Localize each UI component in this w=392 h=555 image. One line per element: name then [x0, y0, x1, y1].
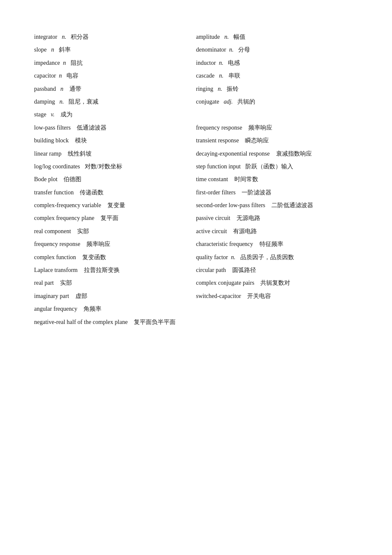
- term-pos: v.: [51, 111, 55, 118]
- term-pos: n: [63, 60, 66, 66]
- term-zh: 传递函数: [80, 189, 104, 196]
- term-en: damping: [34, 98, 55, 105]
- list-item: frequency response 频率响应: [34, 238, 196, 251]
- term-zh: 频率响应: [86, 241, 110, 247]
- term-zh: 通带: [69, 86, 81, 92]
- list-item: decaying-exponential response 衰减指数响应: [196, 147, 358, 160]
- term-zh: 阶跃（函数）输入: [245, 163, 293, 170]
- term-en: first-order filters: [196, 189, 236, 196]
- list-item: complex frequency plane 复平面: [34, 212, 196, 225]
- term-zh: 有源电路: [233, 228, 257, 234]
- list-item: capacitor n 电容: [34, 69, 196, 82]
- term-en: amplitude: [196, 34, 220, 40]
- term-zh: 模块: [75, 137, 87, 144]
- term-en: impedance: [34, 60, 60, 66]
- term-zh: 时间常数: [234, 176, 258, 182]
- term-zh: 复平面: [101, 215, 118, 221]
- list-item: passband n 通带: [34, 83, 196, 95]
- list-item: negative-real half of the complex plane …: [34, 316, 358, 329]
- list-item: complex-frequency variable 复变量: [34, 199, 196, 212]
- term-en: real part: [34, 280, 54, 286]
- list-item: imaginary part 虚部: [34, 290, 196, 303]
- term-en: inductor: [196, 60, 216, 66]
- list-item: linear ramp 线性斜坡: [34, 147, 196, 160]
- list-item: real part 实部: [34, 277, 196, 289]
- term-en: decaying-exponential response: [196, 150, 270, 157]
- term-zh: 低通滤波器: [77, 124, 107, 131]
- term-en: switched-capacitor: [196, 293, 241, 299]
- term-en: passive circuit: [196, 215, 230, 221]
- term-zh: 品质因子，品质因数: [240, 254, 294, 260]
- term-pos: n: [59, 72, 62, 79]
- term-en: time constant: [196, 176, 228, 182]
- list-item: frequency response 频率响应: [196, 121, 358, 134]
- term-en: Bode plot: [34, 176, 58, 182]
- term-en: complex-frequency variable: [34, 202, 101, 208]
- term-zh: 角频率: [84, 306, 101, 312]
- term-en: low-pass filters: [34, 124, 71, 131]
- list-item: inductor n. 电感: [196, 57, 358, 69]
- list-item: transient response 瞬态响应: [196, 134, 358, 147]
- list-item: second-order low-pass filters 二阶低通滤波器: [196, 199, 358, 212]
- term-en: linear ramp: [34, 150, 61, 157]
- term-en: complex conjugate pairs: [196, 280, 254, 286]
- term-en: transient response: [196, 137, 239, 144]
- term-en: cascade: [196, 72, 215, 79]
- term-pos: adj.: [224, 98, 233, 105]
- term-en: complex function: [34, 254, 76, 260]
- list-item: characteristic frequency 特征频率: [196, 238, 358, 251]
- term-zh: 积分器: [71, 34, 89, 40]
- term-en: frequency response: [34, 241, 80, 247]
- term-en: slope: [34, 46, 47, 53]
- list-item: conjugate adj. 共轭的: [196, 95, 358, 108]
- term-zh: 瞬态响应: [245, 137, 269, 144]
- term-zh: 实部: [60, 280, 72, 286]
- list-item: first-order filters 一阶滤波器: [196, 186, 358, 199]
- term-pos: n.: [62, 34, 66, 40]
- term-zh: 成为: [61, 111, 72, 118]
- list-item: switched-capacitor 开关电容: [196, 290, 358, 303]
- list-item: log/log coordinates 对数/对数坐标: [34, 160, 196, 173]
- list-item: passive circuit 无源电路: [196, 212, 358, 225]
- term-en: log/log coordinates: [34, 163, 80, 170]
- term-zh: 阻抗: [71, 60, 83, 66]
- list-item: stage v. 成为: [34, 108, 196, 121]
- term-zh: 虚部: [75, 293, 87, 299]
- list-item: damping n. 阻尼，衰减: [34, 95, 196, 108]
- term-pos: n.: [219, 60, 224, 66]
- list-item: low-pass filters 低通滤波器: [34, 121, 196, 134]
- term-pos: n: [51, 46, 54, 53]
- page-content: integrator n. 积分器 amplitude n. 幅值 slope …: [34, 31, 358, 329]
- term-zh: 阻尼，衰减: [69, 98, 98, 105]
- term-en: capacitor: [34, 72, 56, 79]
- term-zh: 无源电路: [236, 215, 260, 221]
- list-item: denominator n. 分母: [196, 43, 358, 56]
- term-zh: 线性斜坡: [68, 150, 92, 157]
- term-zh: 频率响应: [248, 124, 272, 131]
- list-item: Bode plot 伯德图: [34, 173, 196, 186]
- vocab-grid: integrator n. 积分器 amplitude n. 幅值 slope …: [34, 31, 358, 329]
- list-item: quality factor n. 品质因子，品质因数: [196, 251, 358, 264]
- term-pos: n.: [218, 86, 222, 92]
- term-zh: 共轭复数对: [260, 280, 290, 286]
- list-item: ringing n. 振铃: [196, 83, 358, 95]
- term-en: characteristic frequency: [196, 241, 253, 247]
- term-zh: 圆弧路径: [232, 267, 256, 273]
- term-zh: 衰减指数响应: [276, 150, 312, 157]
- term-zh: 串联: [228, 72, 240, 79]
- list-item: Laplace transform 拉普拉斯变换: [34, 264, 196, 277]
- term-en: imaginary part: [34, 293, 69, 299]
- list-item: step function input 阶跃（函数）输入: [196, 160, 358, 173]
- term-zh: 斜率: [59, 46, 71, 53]
- term-en: real component: [34, 228, 71, 234]
- list-item: building block 模块: [34, 134, 196, 147]
- list-item: time constant 时间常数: [196, 173, 358, 186]
- term-pos: n.: [219, 72, 224, 79]
- term-en: passband: [34, 86, 56, 92]
- term-zh: 共轭的: [237, 98, 255, 105]
- term-en: frequency response: [196, 124, 242, 131]
- term-pos: n.: [60, 98, 64, 105]
- term-en: conjugate: [196, 98, 219, 105]
- term-en: active circuit: [196, 228, 227, 234]
- term-en: building block: [34, 137, 69, 144]
